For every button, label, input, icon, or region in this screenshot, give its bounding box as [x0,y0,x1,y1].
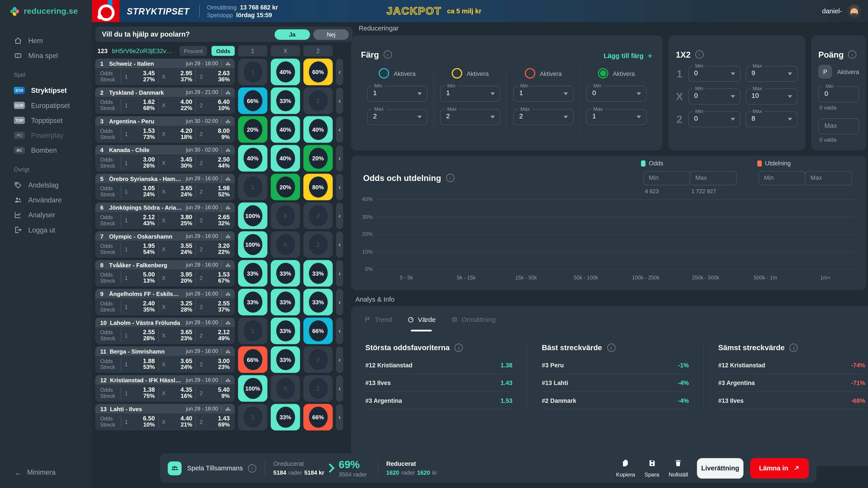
pick-cell-9-2[interactable]: 33% [303,289,333,315]
collapse-row-button[interactable]: ‹ [336,202,343,229]
stats-icon[interactable] [225,406,231,411]
liverattning-button[interactable]: Liverättning [697,458,743,479]
info-icon[interactable]: i [607,344,615,352]
farg-cyan-max-select[interactable]: Max2 [367,109,428,125]
add-color-button[interactable]: Lägg till färg + [604,51,653,61]
toggle-procent[interactable]: Procent [179,46,207,56]
lamna-in-button[interactable]: Lämna in [750,458,809,479]
match-header[interactable]: 5Örebro Syrianska - Hammarby ...jun 29 -… [95,174,235,183]
info-icon[interactable]: i [248,464,256,472]
utdelning-max-input[interactable]: Max [805,171,852,186]
sidebar-item-powerplay[interactable]: PC Powerplay [0,128,92,143]
stats-icon[interactable] [225,61,231,66]
sidebar-item-hem[interactable]: Hem [0,33,92,48]
column-header-1[interactable]: 1 [238,45,268,57]
pick-cell-8-X[interactable]: 33% [271,260,300,287]
stats-icon[interactable] [225,176,231,181]
pick-cell-2-2[interactable]: 2 [303,88,333,114]
collapse-row-button[interactable]: ‹ [336,375,343,402]
info-icon[interactable]: i [848,51,857,59]
poang-p-button[interactable]: P [818,65,832,78]
info-icon[interactable]: i [789,344,798,352]
pick-cell-13-2[interactable]: 66% [303,404,333,431]
match-header[interactable]: 7Olympic - Oskarshamnjun 29 - 16:00 [95,231,235,241]
stats-icon[interactable] [225,262,231,267]
match-header[interactable]: 3Argentina - Perujun 30 - 02:00 [95,116,235,126]
collapse-row-button[interactable]: ‹ [336,318,343,344]
pick-cell-3-1[interactable]: 20% [238,116,268,143]
pick-cell-12-2[interactable]: 2 [303,375,333,402]
collapse-row-button[interactable]: ‹ [336,174,343,200]
pick-cell-7-1[interactable]: 100% [238,231,268,258]
sidebar-item-logga-ut[interactable]: Logga ut [0,222,92,237]
farg-red-max-select[interactable]: Max2 [513,109,574,125]
stats-icon[interactable] [225,147,231,152]
match-header[interactable]: 12Kristianstad - IFK Hässleholmjun 29 - … [95,375,235,385]
stats-icon[interactable] [225,377,231,383]
pick-cell-12-1[interactable]: 100% [238,375,268,402]
match-header[interactable]: 6Jönköpings Södra - Arianajun 29 - 16:00 [95,202,235,212]
tab-trend[interactable]: Trend [364,316,392,331]
pick-cell-13-X[interactable]: 33% [271,404,300,431]
pick-cell-2-X[interactable]: 33% [271,88,300,114]
column-header-x[interactable]: X [271,45,300,57]
pick-cell-11-2[interactable]: 2 [303,346,333,373]
collapse-row-button[interactable]: ‹ [336,116,343,143]
match-header[interactable]: 10Laholm - Västra Frölundajun 29 - 16:00 [95,318,235,327]
sidebar-item-bomben[interactable]: BC Bomben [0,143,92,158]
stats-icon[interactable] [225,90,231,95]
stats-icon[interactable] [225,233,231,238]
pick-cell-1-2[interactable]: 60% [303,59,333,86]
info-icon[interactable]: i [455,344,463,352]
avatar[interactable] [847,4,862,18]
farg-cyan-min-select[interactable]: Min1 [367,86,428,102]
pick-cell-6-X[interactable]: X [271,202,300,229]
1x2-X-min-select[interactable]: Min0 [688,89,741,105]
sidebar-item-andelslag[interactable]: Andelslag [0,177,92,193]
pick-cell-5-1[interactable]: 1 [238,174,268,200]
stats-icon[interactable] [225,204,231,210]
stats-icon[interactable] [225,348,231,354]
pick-cell-6-2[interactable]: 2 [303,202,333,229]
pick-cell-10-X[interactable]: 33% [271,318,300,344]
toggle-odds[interactable]: Odds [212,46,235,56]
farg-red-min-select[interactable]: Min1 [513,86,574,102]
collapse-row-button[interactable]: ‹ [336,231,343,258]
farg-green-min-select[interactable]: Min0 [586,86,647,102]
1x2-2-min-select[interactable]: Min0 [688,111,741,127]
match-header[interactable]: 8Tvååker - Falkenbergjun 29 - 16:00 [95,260,235,269]
sidebar-item-mina-spel[interactable]: Mina spel [0,48,92,63]
collapse-row-button[interactable]: ‹ [336,59,343,86]
farg-yellow-min-select[interactable]: Min1 [440,86,500,102]
pick-cell-3-X[interactable]: 40% [271,116,300,143]
pick-cell-7-X[interactable]: X [271,231,300,258]
stats-icon[interactable] [225,291,231,296]
1x2-2-max-select[interactable]: Max8 [745,111,798,127]
match-header[interactable]: 13Lahti - Ilvesjun 29 - 18:00 [95,404,235,414]
collapse-row-button[interactable]: ‹ [336,404,343,431]
poang-min-input[interactable]: Min 0 [818,86,859,102]
tab-varde[interactable]: Värde [407,316,436,331]
match-header[interactable]: 4Kanada - Chilejun 30 - 02:00 [95,145,235,155]
match-header[interactable]: 11Berga - Simrishamnjun 29 - 16:00 [95,346,235,356]
1x2-1-min-select[interactable]: Min0 [688,66,741,82]
match-header[interactable]: 9Ängelholms FF - Eskilsminnejun 29 - 16:… [95,289,235,298]
collapse-row-button[interactable]: ‹ [336,289,343,315]
pick-cell-9-1[interactable]: 33% [238,289,268,315]
farg-yellow-max-select[interactable]: Max2 [440,109,500,125]
poang-max-input[interactable]: Max [818,119,859,134]
pick-cell-10-2[interactable]: 66% [303,318,333,344]
collapse-row-button[interactable]: ‹ [336,260,343,287]
pick-cell-10-1[interactable]: 1 [238,318,268,344]
pick-cell-6-1[interactable]: 100% [238,202,268,229]
pick-cell-4-X[interactable]: 40% [271,145,300,172]
pick-cell-4-2[interactable]: 20% [303,145,333,172]
pick-cell-7-2[interactable]: 2 [303,231,333,258]
sidebar-item-topptipset[interactable]: TOP Topptipset [0,113,92,128]
utdelning-min-input[interactable]: Min [758,171,805,186]
pick-cell-12-X[interactable]: X [271,375,300,402]
stats-icon[interactable] [225,320,231,325]
color-ring-green[interactable] [598,68,609,78]
1x2-1-max-select[interactable]: Max9 [745,66,798,82]
sidebar-item-analyser[interactable]: Analyser [0,207,92,222]
